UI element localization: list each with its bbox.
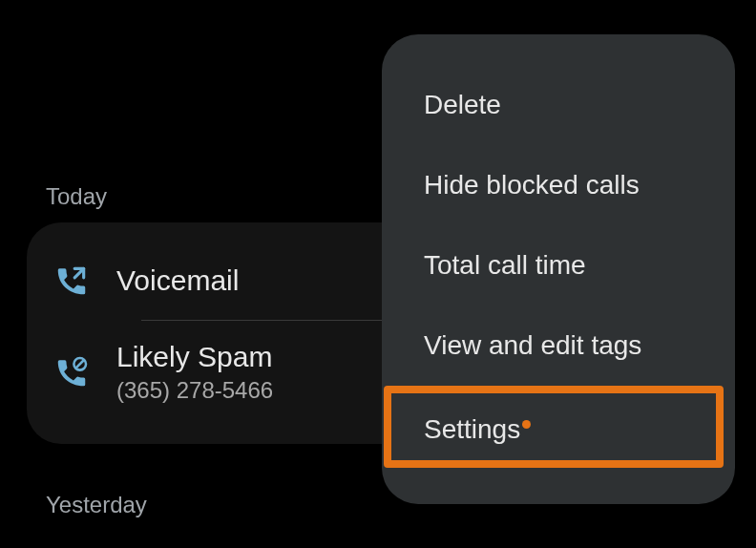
svg-line-1 — [75, 360, 84, 369]
section-header-yesterday: Yesterday — [0, 492, 147, 518]
phone-outgoing-icon — [53, 263, 90, 299]
notification-dot-icon — [522, 420, 531, 429]
call-details: Likely Spam (365) 278-5466 — [116, 341, 273, 404]
overflow-menu: Delete Hide blocked calls Total call tim… — [382, 34, 735, 504]
call-subtitle: (365) 278-5466 — [116, 377, 273, 404]
menu-item-hide-blocked[interactable]: Hide blocked calls — [382, 145, 735, 225]
menu-item-label: Settings — [424, 414, 520, 444]
call-title: Likely Spam — [116, 341, 273, 373]
call-details: Voicemail — [116, 264, 239, 297]
menu-item-delete[interactable]: Delete — [382, 65, 735, 145]
menu-item-view-edit-tags[interactable]: View and edit tags — [382, 306, 735, 386]
phone-blocked-icon — [53, 354, 90, 390]
menu-item-total-call-time[interactable]: Total call time — [382, 225, 735, 306]
section-header-today: Today — [0, 183, 107, 210]
menu-item-settings[interactable]: Settings — [384, 386, 724, 468]
call-title: Voicemail — [116, 264, 239, 297]
